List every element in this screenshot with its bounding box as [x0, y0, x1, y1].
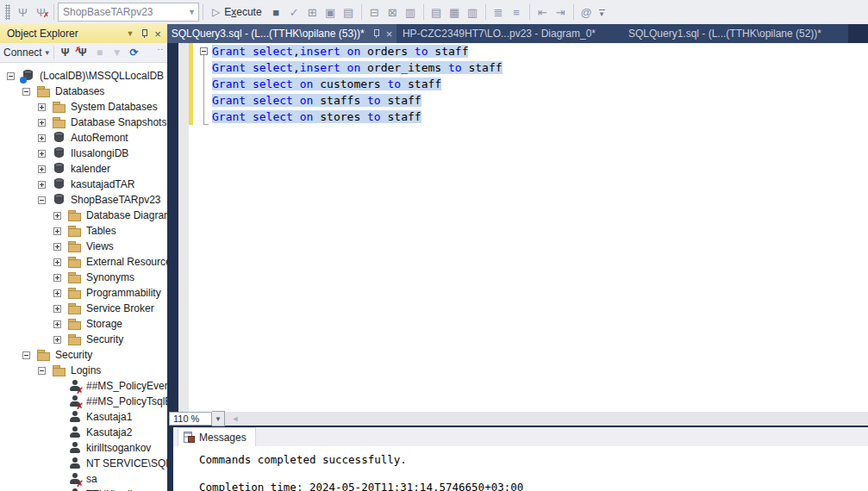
comment-icon[interactable]: ≣ — [490, 3, 508, 21]
close-icon[interactable]: × — [386, 28, 393, 40]
sql-editor[interactable]: Grant select,insert on orders to staffGr… — [178, 43, 868, 412]
expand-icon[interactable] — [53, 320, 61, 328]
close-button[interactable]: × — [151, 27, 165, 40]
code-area[interactable]: Grant select,insert on orders to staffGr… — [211, 43, 868, 412]
results-to-grid-icon[interactable]: ▦ — [446, 3, 464, 21]
refresh-icon[interactable]: ⟳ — [126, 45, 143, 60]
toolbar-options-button[interactable]: ▾ — [599, 9, 605, 16]
tree-item[interactable]: ✗##MS_PolicyTsqlExecutionLogin## — [0, 394, 167, 409]
tree-item[interactable]: Logins — [0, 363, 167, 378]
window-menu-button[interactable]: ▼ — [123, 27, 137, 40]
include-client-statistics-icon[interactable]: ⊠ — [384, 3, 402, 21]
tree-item[interactable]: Synonyms — [0, 270, 167, 285]
tree-item[interactable]: Kasutaja1 — [0, 409, 167, 425]
tree-item[interactable]: kasutajadTAR — [0, 177, 167, 192]
parse-icon[interactable]: ✓ — [285, 3, 303, 21]
tab-messages[interactable]: Messages — [178, 427, 256, 446]
code-line[interactable]: Grant select,insert on order_items to st… — [212, 59, 868, 76]
include-actual-plan-icon[interactable]: ⊟ — [365, 3, 384, 21]
expand-icon[interactable] — [38, 165, 46, 173]
connect-icon[interactable]: Ψ — [57, 45, 74, 60]
expand-icon[interactable] — [38, 119, 46, 127]
code-line[interactable]: Grant select,insert on orders to staff — [212, 43, 868, 59]
new-database-icon[interactable]: ▥ — [402, 3, 420, 21]
tree-item[interactable]: Databases — [0, 84, 167, 99]
collapse-icon[interactable] — [22, 88, 30, 96]
live-query-statistics-icon[interactable]: ▣ — [322, 3, 340, 21]
tree-item[interactable]: NT SERVICE\SQL — [0, 456, 167, 471]
pin-icon[interactable] — [372, 28, 380, 39]
sqlcmd-mode-icon[interactable]: @ — [578, 3, 596, 21]
query-options-icon[interactable]: ▤ — [340, 3, 358, 21]
tree-item[interactable]: (LocalDB)\MSSQLLocalDB ( — [0, 68, 167, 84]
collapse-icon[interactable] — [7, 72, 15, 80]
tree-item[interactable]: Programmability — [0, 285, 167, 301]
expand-icon[interactable] — [53, 212, 61, 220]
tree-item[interactable]: TTHK\opilane — [0, 487, 167, 491]
results-to-text-icon[interactable]: ▤ — [428, 3, 446, 21]
results-to-file-icon[interactable]: ▥ — [464, 3, 482, 21]
tree-item[interactable]: ShopBaseTARpv23 — [0, 192, 167, 208]
collapse-region-icon[interactable] — [200, 47, 208, 55]
disconnect-icon[interactable]: Ψ✗ — [74, 45, 91, 60]
tree-item[interactable]: ✗sa — [0, 471, 167, 487]
object-explorer-titlebar[interactable]: Object Explorer ▼ × — [0, 24, 167, 43]
tree-item[interactable]: Database Snapshots — [0, 115, 167, 130]
connect-button[interactable]: Connect — [3, 47, 42, 59]
chevron-down-icon[interactable]: ▼ — [44, 49, 51, 57]
change-connection-icon[interactable]: Ψ✗ — [32, 3, 50, 21]
collapse-icon[interactable] — [38, 196, 46, 204]
expand-icon[interactable] — [53, 336, 61, 344]
tree-item[interactable]: Storage — [0, 316, 167, 332]
template-parameters-icon[interactable]: ≡ — [508, 3, 526, 21]
tree-item[interactable]: Views — [0, 239, 167, 254]
zoom-chevron-icon[interactable]: ▼ — [212, 411, 225, 426]
code-line[interactable]: Grant select on customers to staff — [212, 76, 868, 92]
tree-item[interactable]: Database Diagrams — [0, 208, 167, 223]
document-tab-2[interactable]: HP-CZC2349HT7\LO...pv23 - Diagram_0* — [397, 24, 602, 43]
pin-button[interactable] — [137, 27, 151, 40]
available-databases-dropdown[interactable]: ShopBaseTARpv23 ▼ — [58, 3, 199, 22]
increase-indent-icon[interactable]: ⇥ — [552, 3, 570, 21]
code-line[interactable]: Grant select on stores to staff — [212, 109, 868, 125]
tree-item[interactable]: System Databases — [0, 99, 167, 115]
expand-icon[interactable] — [53, 289, 61, 297]
collapse-icon[interactable] — [22, 351, 30, 359]
collapse-icon[interactable] — [38, 367, 46, 375]
execute-button[interactable]: ▷ Execute — [207, 3, 267, 22]
tree-item[interactable]: Security — [0, 347, 167, 363]
execute-label: Execute — [224, 6, 261, 18]
scroll-left-icon[interactable]: ◄ — [228, 414, 242, 423]
expand-icon[interactable] — [53, 227, 61, 235]
decrease-indent-icon[interactable]: ⇤ — [534, 3, 552, 21]
tree-item[interactable]: External Resources — [0, 254, 167, 270]
tree-item[interactable]: Service Broker — [0, 301, 167, 316]
tree-item[interactable]: Security — [0, 332, 167, 347]
disabled-x-icon: ✗ — [77, 401, 84, 409]
tree-item[interactable]: Kasutaja2 — [0, 425, 167, 440]
code-line[interactable]: Grant select on staffs to staff — [212, 92, 868, 109]
document-tab-1[interactable]: SQLQuery3.sql - (L...(TTHK\opilane (53))… — [167, 24, 397, 43]
tree-item-label: Logins — [71, 364, 101, 376]
display-estimated-plan-icon[interactable]: ⊞ — [303, 3, 322, 21]
tree-item[interactable]: kirilltsogankov — [0, 440, 167, 456]
toolbar-overflow-icon[interactable]: .. — [157, 43, 164, 52]
expand-icon[interactable] — [38, 150, 46, 158]
tree-item[interactable]: IlusalongiDB — [0, 146, 167, 161]
cancel-query-icon[interactable]: ■ — [267, 3, 285, 21]
expand-icon[interactable] — [53, 305, 61, 313]
tree-item[interactable]: AutoRemont — [0, 130, 167, 146]
tree-item[interactable]: kalender — [0, 161, 167, 177]
zoom-level-dropdown[interactable]: 110 % — [169, 412, 212, 426]
expand-icon[interactable] — [53, 243, 61, 251]
expand-icon[interactable] — [38, 103, 46, 111]
tree-item[interactable]: ✗##MS_PolicyEventProcessingLogin## — [0, 378, 167, 394]
connect-icon[interactable]: Ψ — [14, 3, 32, 21]
expand-icon[interactable] — [53, 274, 61, 282]
document-tab-3[interactable]: SQLQuery1.sql - (L...(TTHK\opilane (52))… — [602, 24, 848, 43]
expand-icon[interactable] — [38, 181, 46, 189]
toolbar-grip[interactable] — [5, 4, 10, 20]
expand-icon[interactable] — [53, 258, 61, 266]
tree-item[interactable]: Tables — [0, 223, 167, 239]
expand-icon[interactable] — [38, 134, 46, 142]
